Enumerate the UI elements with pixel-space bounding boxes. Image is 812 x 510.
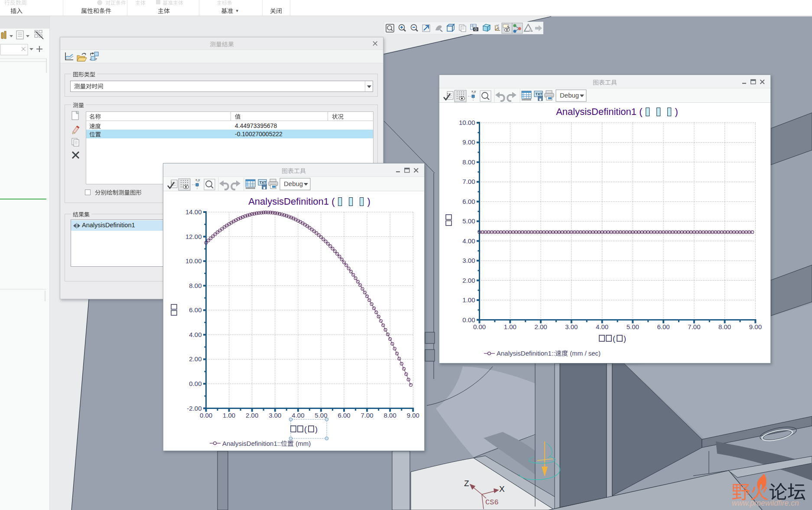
svg-text:3.00: 3.00 — [269, 412, 281, 419]
svg-text:4.00: 4.00 — [596, 323, 608, 330]
svg-text:0.00: 0.00 — [200, 412, 212, 419]
svg-text:10.00: 10.00 — [459, 119, 475, 126]
svg-text:0.00: 0.00 — [473, 323, 486, 330]
svg-text:y: y — [497, 26, 499, 30]
svg-text:8.00: 8.00 — [189, 282, 201, 289]
svg-text:6.00: 6.00 — [338, 412, 350, 419]
svg-text:12.00: 12.00 — [185, 233, 202, 240]
svg-text:(: ( — [304, 425, 307, 434]
svg-text:1.00: 1.00 — [504, 323, 516, 330]
svg-text:1.00: 1.00 — [223, 412, 235, 419]
svg-text:www.proewildfire.cn: www.proewildfire.cn — [732, 499, 799, 507]
svg-text:): ) — [624, 334, 626, 343]
svg-text:Debug: Debug — [560, 92, 579, 99]
svg-text:6.00: 6.00 — [462, 198, 475, 205]
svg-text:5.00: 5.00 — [627, 323, 639, 330]
svg-text:14.00: 14.00 — [185, 208, 202, 216]
svg-text:Z: Z — [464, 479, 469, 488]
svg-text:8.00: 8.00 — [462, 158, 475, 166]
svg-text:7.00: 7.00 — [462, 178, 475, 185]
svg-text:2.00: 2.00 — [246, 412, 258, 419]
svg-text:8.00: 8.00 — [718, 323, 731, 330]
svg-text:2.00: 2.00 — [534, 323, 547, 330]
svg-text:-2.00: -2.00 — [187, 405, 201, 412]
svg-text:9.00: 9.00 — [407, 412, 419, 419]
svg-text:2.00: 2.00 — [462, 277, 475, 284]
svg-text:TXT: TXT — [260, 180, 267, 185]
svg-text:Debug: Debug — [284, 180, 303, 187]
svg-text:CS6: CS6 — [485, 498, 499, 507]
svg-text:9.00: 9.00 — [749, 323, 762, 330]
svg-text:7.00: 7.00 — [688, 323, 700, 330]
svg-text:3.00: 3.00 — [565, 323, 578, 330]
svg-text:4.00: 4.00 — [292, 412, 304, 419]
svg-text:(: ( — [613, 334, 615, 343]
svg-text:x,y: x,y — [471, 89, 476, 93]
svg-text:): ) — [315, 425, 318, 434]
svg-text:6.00: 6.00 — [189, 306, 201, 314]
svg-text:X: X — [499, 484, 505, 494]
svg-text:7.00: 7.00 — [361, 412, 373, 419]
svg-text:4.00: 4.00 — [462, 237, 475, 245]
svg-text:0.00: 0.00 — [189, 380, 201, 387]
svg-text:TXT: TXT — [536, 92, 543, 96]
svg-text:3.00: 3.00 — [462, 257, 475, 264]
svg-text:2.00: 2.00 — [189, 355, 201, 363]
svg-text:9.00: 9.00 — [462, 138, 475, 146]
svg-text:0.00: 0.00 — [462, 316, 475, 324]
svg-text:6.00: 6.00 — [657, 323, 669, 330]
svg-text:10.00: 10.00 — [185, 257, 202, 265]
svg-text:5.00: 5.00 — [315, 412, 327, 419]
svg-text:x,y: x,y — [195, 178, 200, 182]
svg-text:4.00: 4.00 — [189, 331, 201, 338]
svg-text:5.00: 5.00 — [462, 217, 475, 225]
svg-text:8.00: 8.00 — [384, 412, 396, 419]
svg-text:1.00: 1.00 — [462, 296, 475, 304]
